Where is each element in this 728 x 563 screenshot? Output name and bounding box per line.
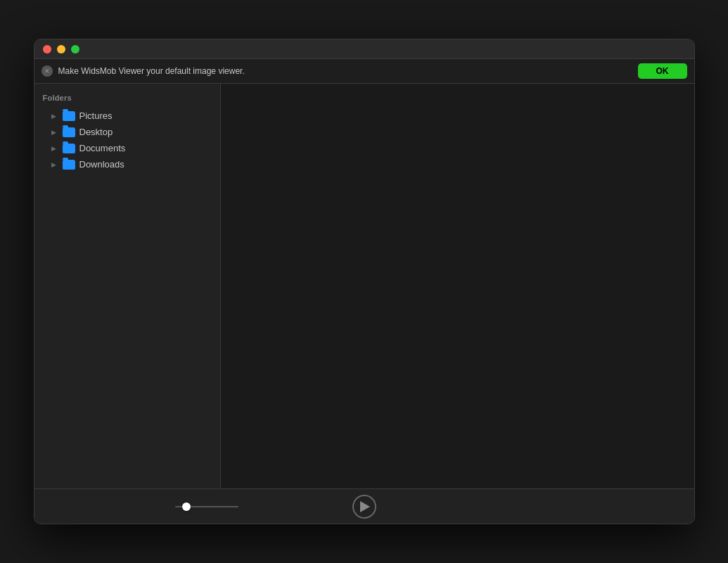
sidebar-item-downloads[interactable]: ▶ Downloads [34, 156, 220, 172]
notification-text: Make WidsMob Viewer your default image v… [58, 66, 632, 76]
close-button[interactable] [43, 45, 51, 53]
maximize-button[interactable] [71, 45, 79, 53]
slider-thumb[interactable] [182, 502, 191, 511]
folder-icon-pictures [63, 111, 75, 121]
chevron-right-icon: ▶ [51, 145, 58, 152]
sidebar: Folders ▶ Pictures ▶ Desktop ▶ Documents… [34, 84, 221, 488]
folder-icon-downloads [63, 160, 75, 170]
main-content: Folders ▶ Pictures ▶ Desktop ▶ Documents… [34, 84, 694, 488]
chevron-right-icon: ▶ [51, 129, 58, 136]
folder-icon-desktop [63, 127, 75, 137]
chevron-right-icon: ▶ [51, 113, 58, 120]
sidebar-item-documents[interactable]: ▶ Documents [34, 140, 220, 156]
play-icon [360, 501, 370, 512]
folder-name-desktop: Desktop [79, 127, 113, 137]
sidebar-item-desktop[interactable]: ▶ Desktop [34, 124, 220, 140]
slider-track[interactable] [175, 506, 238, 507]
folder-name-downloads: Downloads [79, 159, 124, 170]
bottom-bar [34, 488, 694, 524]
content-area [221, 84, 694, 488]
chevron-right-icon: ▶ [51, 161, 58, 168]
folders-label: Folders [34, 91, 220, 108]
ok-button[interactable]: OK [638, 63, 687, 79]
notification-icon [41, 65, 53, 77]
main-window: Make WidsMob Viewer your default image v… [34, 39, 695, 524]
titlebar [34, 39, 694, 59]
minimize-button[interactable] [57, 45, 65, 53]
slider-container[interactable] [175, 506, 238, 507]
play-button[interactable] [352, 495, 376, 519]
folder-icon-documents [63, 144, 75, 153]
sidebar-item-pictures[interactable]: ▶ Pictures [34, 108, 220, 124]
folder-name-pictures: Pictures [79, 110, 113, 121]
notification-bar: Make WidsMob Viewer your default image v… [34, 59, 694, 84]
folder-name-documents: Documents [79, 143, 126, 153]
